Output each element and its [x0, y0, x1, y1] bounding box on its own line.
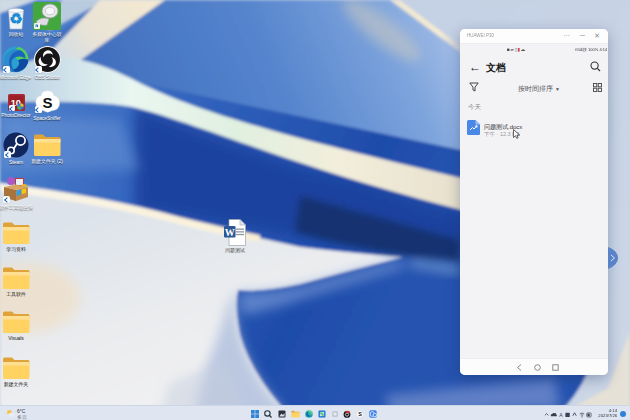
svg-text:A: A — [559, 412, 563, 418]
svg-text:S: S — [358, 411, 362, 417]
svg-text:S: S — [42, 94, 52, 111]
svg-text:♻: ♻ — [9, 10, 22, 27]
svg-text:W: W — [225, 227, 235, 238]
